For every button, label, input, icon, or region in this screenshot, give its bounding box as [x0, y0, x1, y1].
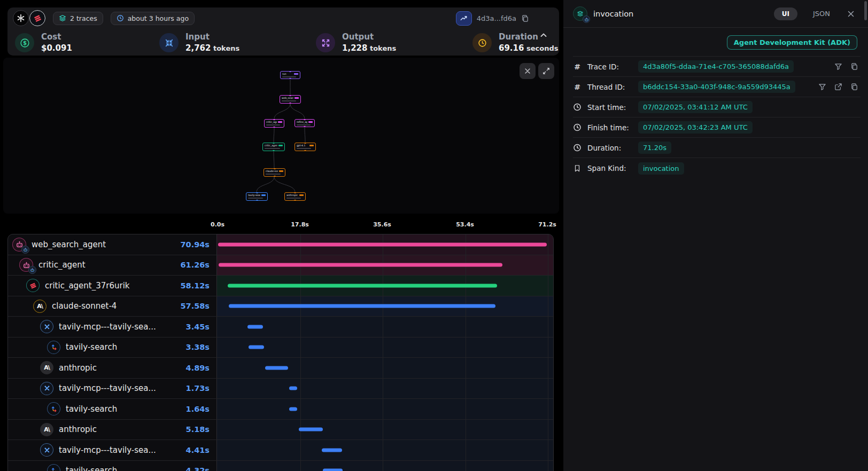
- graph-node-critic_agent_37r6urik[interactable]: critic_agent_37r6urik: [262, 143, 285, 151]
- gantt-lane[interactable]: [217, 317, 553, 337]
- gantt-lane[interactable]: [217, 379, 553, 399]
- table-row[interactable]: critic_agent_37r6urik58.12s: [8, 276, 553, 296]
- table-row[interactable]: A\anthropic4.89s: [8, 358, 553, 379]
- graph-node-tavily-search[interactable]: tavily-search: [246, 192, 268, 201]
- filter-icon[interactable]: [834, 62, 842, 70]
- table-row[interactable]: web_search_agent70.94s: [8, 234, 553, 255]
- stat-label: Duration: [499, 32, 558, 43]
- gantt-lane[interactable]: [217, 420, 553, 440]
- gantt-lane[interactable]: [217, 276, 553, 296]
- graph-node-tag: [309, 145, 314, 147]
- graph-node-label: claude-sonnet-4: [266, 170, 278, 172]
- span-bar[interactable]: [219, 263, 502, 267]
- span-name-cell[interactable]: web_search_agent70.94s: [8, 234, 217, 255]
- graph-node-run[interactable]: run: [280, 71, 300, 79]
- span-bar[interactable]: [249, 346, 264, 349]
- table-row[interactable]: A\anthropic5.18s: [8, 420, 553, 441]
- gridline: [548, 317, 548, 337]
- span-name-cell[interactable]: critic_agent61.26s: [8, 255, 217, 276]
- table-row[interactable]: tavily-search3.38s: [8, 337, 553, 358]
- span-name-cell[interactable]: A\claude-sonnet-457.58s: [8, 296, 217, 317]
- span-bar[interactable]: [289, 387, 297, 390]
- graph-node-tag: [299, 194, 304, 197]
- span-name-cell[interactable]: critic_agent_37r6urik58.12s: [8, 276, 217, 296]
- graph-node-claude-sonnet-4[interactable]: claude-sonnet-4: [264, 168, 285, 177]
- gridline: [300, 440, 301, 460]
- graph-node-web_search_agent[interactable]: web_search_agent: [280, 95, 301, 104]
- table-row[interactable]: tavily-mcp---tavily-sea...3.45s: [8, 317, 553, 337]
- gridline: [548, 296, 548, 317]
- panel-close-icon[interactable]: [847, 10, 855, 18]
- span-bar[interactable]: [247, 325, 264, 328]
- table-row[interactable]: A\claude-sonnet-457.58s: [8, 296, 553, 317]
- gantt-lane[interactable]: [217, 255, 553, 276]
- trace-trend-button[interactable]: [456, 11, 472, 26]
- panel-scrollbar[interactable]: [864, 1, 867, 20]
- span-name-cell[interactable]: tavily-search3.38s: [8, 337, 217, 358]
- table-row[interactable]: critic_agent61.26s: [8, 255, 553, 276]
- field-value-chip[interactable]: 4d3a80f5-ddaa-71e4-c705-365088dafd6a: [638, 60, 794, 73]
- span-name-cell[interactable]: tavily-mcp---tavily-sea...4.41s: [8, 440, 217, 460]
- graph-node-critic_agent[interactable]: critic_agent: [264, 119, 284, 128]
- gantt-lane[interactable]: [217, 440, 553, 460]
- field-value-chip[interactable]: 71.20s: [638, 142, 671, 154]
- gantt-lane[interactable]: [217, 461, 553, 471]
- gantt-lane[interactable]: [217, 399, 553, 419]
- gridline: [300, 337, 301, 358]
- collapse-chevron-up-icon[interactable]: [539, 31, 548, 42]
- time-ago-badge[interactable]: about 3 hours ago: [111, 12, 195, 25]
- filter-icon[interactable]: [818, 83, 826, 91]
- span-bar[interactable]: [323, 469, 343, 471]
- gantt-lane[interactable]: [217, 296, 553, 317]
- graph-node-refine_agent[interactable]: refine_agent: [294, 119, 315, 127]
- copy-icon[interactable]: [850, 83, 858, 91]
- span-name-cell[interactable]: tavily-mcp---tavily-sea...3.45s: [8, 317, 217, 337]
- span-name-cell[interactable]: A\anthropic5.18s: [8, 420, 217, 440]
- copy-trace-id-icon[interactable]: [521, 14, 529, 22]
- graph-node-gpt-4.1[interactable]: gpt-4.1: [294, 143, 316, 151]
- field-value-chip[interactable]: 07/02/2025, 03:41:12 AM UTC: [638, 101, 753, 113]
- span-bar[interactable]: [229, 304, 495, 308]
- tab-json[interactable]: JSON: [813, 10, 830, 18]
- copy-icon[interactable]: [850, 62, 858, 70]
- table-row[interactable]: tavily-mcp---tavily-sea...1.73s: [8, 379, 553, 399]
- tab-ui[interactable]: UI: [774, 7, 797, 20]
- span-name-cell[interactable]: tavily-search4.32s: [8, 461, 217, 471]
- span-name: tavily-mcp---tavily-sea...: [59, 383, 156, 393]
- field-value-chip[interactable]: b6ddc154-33a0-403f-948c-9a559d93445a: [638, 81, 795, 93]
- span-name-cell[interactable]: tavily-mcp---tavily-sea...1.73s: [8, 379, 217, 399]
- graph-close-button[interactable]: [520, 63, 536, 79]
- span-bar[interactable]: [299, 428, 323, 431]
- field-value-chip[interactable]: 07/02/2025, 03:42:23 AM UTC: [638, 121, 753, 134]
- table-row[interactable]: tavily-mcp---tavily-sea...4.41s: [8, 440, 553, 461]
- table-row[interactable]: tavily-search4.32s: [8, 461, 553, 471]
- gantt-lane[interactable]: [217, 234, 553, 255]
- openai-logo-icon: [13, 10, 29, 26]
- span-bar[interactable]: [322, 448, 342, 452]
- field-value-chip[interactable]: invocation: [638, 162, 684, 175]
- robot-agent-icon: [19, 258, 33, 272]
- anthropic-glyph: A\: [44, 426, 50, 433]
- graph-expand-button[interactable]: [538, 63, 554, 79]
- span-name-cell[interactable]: tavily-search1.64s: [8, 399, 217, 419]
- graph-node-anthropic[interactable]: anthropic: [284, 192, 306, 201]
- traces-count-badge[interactable]: 2 traces: [53, 12, 103, 25]
- framework-badge[interactable]: Agent Development Kit (ADK): [727, 35, 857, 50]
- span-bar[interactable]: [265, 366, 288, 370]
- span-bar[interactable]: [289, 407, 297, 411]
- gantt-lane[interactable]: [217, 337, 553, 358]
- table-row[interactable]: tavily-search1.64s: [8, 399, 553, 420]
- span-graph-canvas[interactable]: runweb_search_agentcritic_agentrefine_ag…: [3, 58, 559, 214]
- tools-icon: [40, 320, 53, 333]
- span-bar[interactable]: [228, 284, 497, 287]
- gridline: [548, 420, 548, 440]
- span-name: tavily-search: [66, 342, 117, 352]
- gantt-lane[interactable]: [217, 358, 553, 378]
- gridline: [466, 440, 466, 460]
- gridline: [548, 337, 548, 358]
- graph-node-label: run: [282, 73, 293, 75]
- span-name-cell[interactable]: A\anthropic4.89s: [8, 358, 217, 378]
- external-link-icon[interactable]: [834, 83, 842, 91]
- graph-node-label: anthropic: [286, 194, 298, 197]
- span-bar[interactable]: [218, 242, 547, 246]
